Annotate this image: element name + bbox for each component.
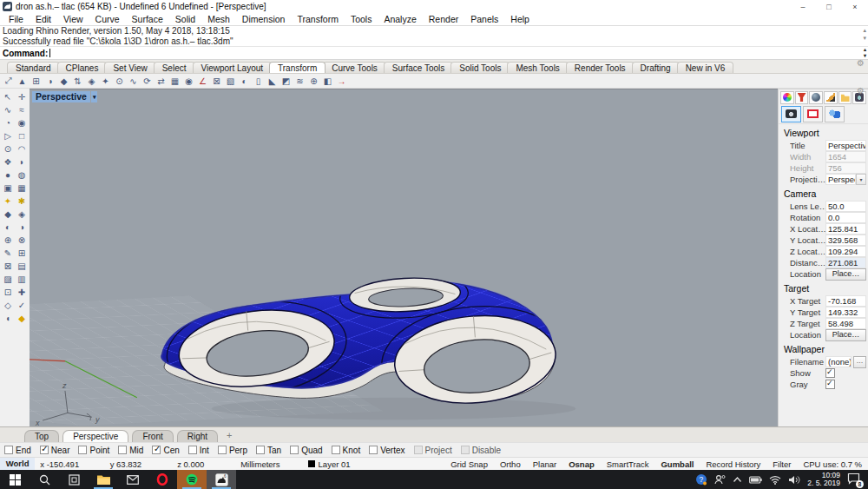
panel-tab[interactable]: [795, 91, 809, 104]
checkbox-icon[interactable]: [461, 446, 470, 454]
projection-dropdown-icon[interactable]: ▾: [856, 174, 866, 185]
tool-icon[interactable]: ⊞: [30, 75, 43, 87]
tool-icon[interactable]: ✛: [15, 90, 29, 102]
tool-icon[interactable]: ◔: [1, 116, 15, 129]
tool-icon[interactable]: ⊕: [307, 75, 320, 87]
checkbox-icon[interactable]: [369, 446, 378, 454]
tool-icon[interactable]: ⊕: [1, 234, 15, 246]
tool-icon[interactable]: ◐: [1, 221, 15, 233]
volume-icon[interactable]: [788, 475, 800, 485]
menu-item[interactable]: Curve: [89, 14, 126, 24]
viewport-tab[interactable]: Front: [132, 430, 173, 442]
checkbox-icon[interactable]: [40, 446, 49, 454]
checkbox-icon[interactable]: [118, 446, 127, 454]
tool-icon[interactable]: ◗: [15, 155, 29, 168]
mail-button[interactable]: [118, 470, 148, 489]
tool-icon[interactable]: ⊠: [1, 260, 15, 272]
tool-icon[interactable]: ◍: [15, 169, 29, 181]
tool-icon[interactable]: ⊗: [15, 234, 29, 246]
opera-button[interactable]: [148, 470, 177, 489]
menu-item[interactable]: Surface: [126, 14, 169, 24]
tool-icon[interactable]: ✓: [15, 299, 29, 311]
toolbar-tab[interactable]: Mesh Tools: [507, 62, 568, 73]
toolbar-tab[interactable]: Viewport Layout: [193, 62, 273, 73]
rhino-taskbar-button[interactable]: 6: [207, 470, 236, 489]
status-pane[interactable]: Record History: [700, 459, 766, 469]
command-history[interactable]: Loading Rhino Render, version 1.50, May …: [0, 25, 868, 47]
tool-icon[interactable]: ◣: [266, 75, 279, 87]
osnap-toggle[interactable]: Vertex: [369, 446, 404, 455]
checkbox-icon[interactable]: [290, 446, 299, 454]
tool-icon[interactable]: ≋: [293, 75, 306, 87]
status-pane[interactable]: SmartTrack: [601, 459, 655, 469]
checkbox-icon[interactable]: [152, 446, 161, 454]
toolbar-tab[interactable]: Transform: [269, 62, 326, 73]
help-assistant-icon[interactable]: ?: [695, 473, 707, 486]
tool-icon[interactable]: ◆: [15, 312, 29, 324]
tool-icon[interactable]: □: [15, 129, 29, 142]
tool-icon[interactable]: ◆: [57, 75, 70, 87]
tool-icon[interactable]: ⊙: [113, 75, 126, 87]
tool-icon[interactable]: ⊡: [1, 286, 15, 298]
cplane-indicator[interactable]: World: [0, 458, 35, 470]
checkbox-icon[interactable]: [188, 446, 197, 454]
osnap-toggle[interactable]: Disable: [461, 446, 501, 455]
viewport-tab[interactable]: Top: [24, 430, 59, 442]
property-value[interactable]: 58.498: [825, 318, 866, 329]
panel-mode-button[interactable]: [825, 106, 845, 122]
tool-icon[interactable]: ∠: [196, 75, 209, 87]
panel-mode-button[interactable]: [803, 106, 823, 122]
status-pane[interactable]: CPU use: 0.7 %: [797, 459, 868, 469]
panel-tab[interactable]: [838, 91, 852, 104]
tool-icon[interactable]: ▷: [1, 129, 15, 142]
tool-icon[interactable]: ▯: [252, 75, 265, 87]
osnap-toggle[interactable]: Quad: [290, 446, 322, 455]
osnap-toggle[interactable]: Cen: [152, 446, 179, 455]
tool-icon[interactable]: ⊙: [1, 142, 15, 155]
add-viewport-tab-icon[interactable]: +: [221, 430, 237, 440]
property-value[interactable]: 50.0: [825, 201, 866, 212]
tool-icon[interactable]: ∿: [1, 103, 15, 116]
tool-icon[interactable]: ⇄: [155, 75, 168, 87]
tool-icon[interactable]: ✚: [15, 286, 29, 298]
viewport-menu-caret-icon[interactable]: ▾: [91, 91, 98, 102]
osnap-toggle[interactable]: Project: [414, 446, 452, 455]
people-icon[interactable]: [714, 474, 726, 485]
status-pane[interactable]: Osnap: [562, 459, 601, 469]
tool-icon[interactable]: ◈: [15, 208, 29, 220]
toolbar-gear-icon[interactable]: ⚙: [857, 58, 865, 68]
close-button[interactable]: ×: [842, 0, 868, 13]
scroll-up-icon[interactable]: ▴: [863, 26, 866, 34]
wifi-icon[interactable]: [769, 475, 781, 485]
property-value[interactable]: 756: [825, 162, 866, 174]
menu-item[interactable]: Analyze: [378, 14, 422, 24]
start-button[interactable]: [0, 470, 30, 489]
property-value[interactable]: Perspective: [825, 140, 866, 151]
panel-mode-button[interactable]: [781, 106, 801, 122]
target-place-button[interactable]: Place…: [825, 329, 866, 341]
tool-icon[interactable]: ∿: [127, 75, 140, 87]
tool-icon[interactable]: ◐: [238, 75, 251, 87]
tool-icon[interactable]: ⤢: [2, 75, 15, 87]
tool-icon[interactable]: ▣: [1, 182, 15, 194]
tool-icon[interactable]: ≈: [15, 103, 29, 116]
tool-icon[interactable]: ⇅: [71, 75, 84, 87]
tool-icon[interactable]: ●: [1, 169, 15, 181]
gray-checkbox[interactable]: [825, 380, 835, 389]
tool-icon[interactable]: ▥: [15, 273, 29, 285]
status-pane[interactable]: Ortho: [494, 459, 527, 469]
spotify-button[interactable]: [177, 470, 207, 489]
status-pane[interactable]: Planar: [527, 459, 562, 469]
checkbox-icon[interactable]: [414, 446, 423, 454]
tool-icon[interactable]: ❖: [1, 155, 15, 168]
checkbox-icon[interactable]: [218, 446, 227, 454]
checkbox-icon[interactable]: [78, 446, 87, 454]
tool-icon[interactable]: ✦: [1, 195, 15, 207]
spinner-up-icon[interactable]: ▴: [864, 47, 866, 53]
tool-icon[interactable]: ▤: [15, 260, 29, 272]
camera-place-button[interactable]: Place…: [825, 268, 866, 281]
toolbar-tab[interactable]: Curve Tools: [323, 62, 386, 73]
wallpaper-filename-value[interactable]: (none): [825, 356, 852, 367]
tool-icon[interactable]: ▦: [168, 75, 181, 87]
tool-icon[interactable]: →: [335, 75, 348, 87]
